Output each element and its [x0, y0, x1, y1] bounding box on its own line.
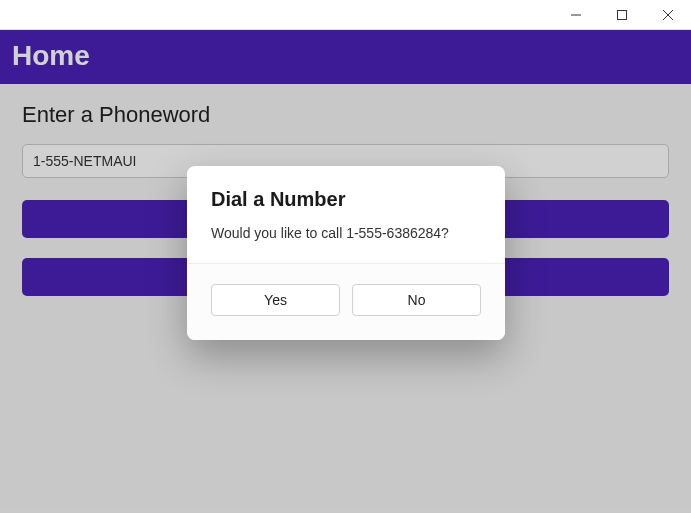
maximize-icon [617, 10, 627, 20]
titlebar [0, 0, 691, 30]
dialog-message: Would you like to call 1-555-6386284? [211, 225, 481, 241]
svg-rect-1 [618, 10, 627, 19]
dial-dialog: Dial a Number Would you like to call 1-5… [187, 166, 505, 340]
dialog-body: Dial a Number Would you like to call 1-5… [187, 166, 505, 263]
dialog-no-button[interactable]: No [352, 284, 481, 316]
dialog-title: Dial a Number [211, 188, 481, 211]
close-icon [663, 10, 673, 20]
dialog-yes-button[interactable]: Yes [211, 284, 340, 316]
close-button[interactable] [645, 0, 691, 29]
maximize-button[interactable] [599, 0, 645, 29]
minimize-button[interactable] [553, 0, 599, 29]
minimize-icon [571, 10, 581, 20]
dialog-actions: Yes No [187, 263, 505, 340]
